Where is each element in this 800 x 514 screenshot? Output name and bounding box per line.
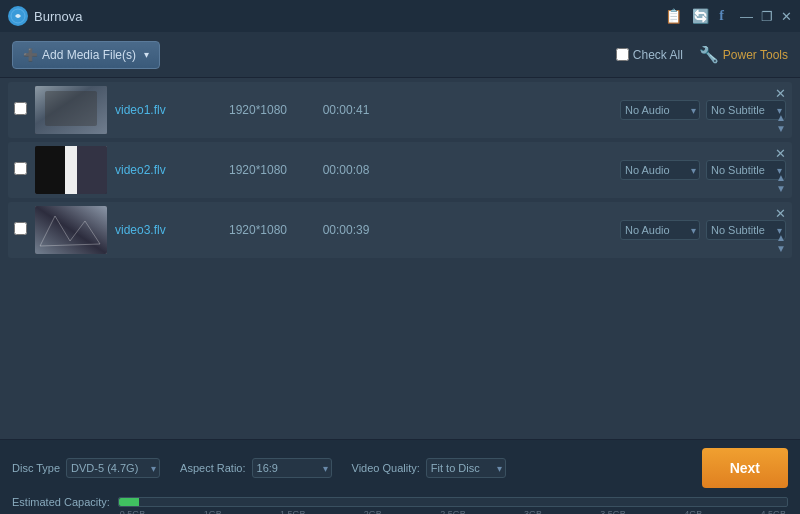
media-item: video1.flv 1920*1080 00:00:41 No Audio N…: [8, 82, 792, 138]
svg-rect-5: [35, 146, 65, 194]
audio-select-3[interactable]: No Audio: [620, 220, 700, 240]
check-all-label[interactable]: Check All: [616, 48, 683, 62]
minimize-button[interactable]: —: [740, 9, 753, 24]
item-close-1[interactable]: ✕: [775, 86, 786, 101]
thumb-inner-2: [35, 146, 107, 194]
item-checkbox-3[interactable]: [14, 222, 27, 238]
title-bar-controls: 📋 🔄 f — ❐ ✕: [665, 8, 792, 24]
disc-type-select-wrapper: DVD-5 (4.7G) DVD-9 (8.5G) Blu-ray 25G Bl…: [66, 458, 160, 478]
tick-7: 4GB: [684, 509, 702, 514]
capacity-bar-container: 0.5GB 1GB 1.5GB 2GB 2.5GB 3GB 3.5GB 4GB …: [118, 494, 788, 510]
footer-bottom: Estimated Capacity: 0.5GB 1GB 1.5GB 2GB …: [12, 494, 788, 510]
item-name-3: video3.flv: [115, 223, 205, 237]
checkbox-input-2[interactable]: [14, 162, 27, 175]
video-quality-select[interactable]: Fit to Disc High Medium Low: [426, 458, 506, 478]
video-quality-select-wrapper: Fit to Disc High Medium Low: [426, 458, 506, 478]
check-all-text: Check All: [633, 48, 683, 62]
file-icon[interactable]: 📋: [665, 8, 682, 24]
aspect-ratio-field: Aspect Ratio: 16:9 4:3: [180, 458, 331, 478]
subtitle-select-wrapper-1: No Subtitle: [706, 100, 786, 120]
restore-button[interactable]: ❐: [761, 9, 773, 24]
power-tools-button[interactable]: 🔧 Power Tools: [699, 45, 788, 64]
video-quality-field: Video Quality: Fit to Disc High Medium L…: [352, 458, 506, 478]
tick-3: 2GB: [364, 509, 382, 514]
disc-type-field: Disc Type DVD-5 (4.7G) DVD-9 (8.5G) Blu-…: [12, 458, 160, 478]
capacity-ticks: 0.5GB 1GB 1.5GB 2GB 2.5GB 3GB 3.5GB 4GB …: [118, 509, 788, 514]
aspect-ratio-label: Aspect Ratio:: [180, 462, 245, 474]
thumb-inner-3: [35, 206, 107, 254]
arrow-down-2[interactable]: ▼: [776, 183, 786, 194]
media-item-3: video3.flv 1920*1080 00:00:39 No Audio N…: [8, 202, 792, 258]
item-controls-2: No Audio No Subtitle: [620, 160, 786, 180]
video-quality-label: Video Quality:: [352, 462, 420, 474]
tick-0: 0.5GB: [120, 509, 146, 514]
refresh-icon[interactable]: 🔄: [692, 8, 709, 24]
media-item-2: video2.flv 1920*1080 00:00:08 No Audio N…: [8, 142, 792, 198]
item-controls-1: No Audio No Subtitle: [620, 100, 786, 120]
app-title: Burnova: [34, 9, 82, 24]
subtitle-select-wrapper-2: No Subtitle: [706, 160, 786, 180]
arrow-up-3[interactable]: ▲: [776, 232, 786, 243]
tick-4: 2.5GB: [440, 509, 466, 514]
arrow-down-3[interactable]: ▼: [776, 243, 786, 254]
capacity-bar-fill: [119, 498, 139, 506]
item-name-2: video2.flv: [115, 163, 205, 177]
thumb-inner-1: [35, 86, 107, 134]
item-controls-3: No Audio No Subtitle: [620, 220, 786, 240]
check-all-checkbox[interactable]: [616, 48, 629, 61]
audio-select-2[interactable]: No Audio: [620, 160, 700, 180]
arrow-up-2[interactable]: ▲: [776, 172, 786, 183]
item-thumbnail-1: [35, 86, 107, 134]
audio-select-wrapper-2: No Audio: [620, 160, 700, 180]
next-button[interactable]: Next: [702, 448, 788, 488]
disc-type-select[interactable]: DVD-5 (4.7G) DVD-9 (8.5G) Blu-ray 25G Bl…: [66, 458, 160, 478]
add-media-dropdown-arrow: ▾: [144, 49, 149, 60]
item-duration-1: 00:00:41: [311, 103, 381, 117]
power-tools-label: Power Tools: [723, 48, 788, 62]
toolbar-right: Check All 🔧 Power Tools: [616, 45, 788, 64]
footer: Disc Type DVD-5 (4.7G) DVD-9 (8.5G) Blu-…: [0, 439, 800, 514]
facebook-icon[interactable]: f: [719, 8, 724, 24]
item-duration-2: 00:00:08: [311, 163, 381, 177]
item-arrows-1: ▲ ▼: [776, 112, 786, 134]
svg-rect-6: [65, 146, 77, 194]
tick-2: 1.5GB: [280, 509, 306, 514]
estimated-capacity-label: Estimated Capacity:: [12, 496, 110, 508]
footer-fields-row: Disc Type DVD-5 (4.7G) DVD-9 (8.5G) Blu-…: [12, 458, 686, 478]
checkbox-input-3[interactable]: [14, 222, 27, 235]
svg-rect-7: [77, 146, 107, 194]
subtitle-select-2[interactable]: No Subtitle: [706, 160, 786, 180]
checkbox-input-1[interactable]: [14, 102, 27, 115]
arrow-down-1[interactable]: ▼: [776, 123, 786, 134]
app-icon: [8, 6, 28, 26]
subtitle-select-wrapper-3: No Subtitle: [706, 220, 786, 240]
svg-rect-9: [35, 206, 107, 254]
add-media-button[interactable]: ➕ Add Media File(s) ▾: [12, 41, 160, 69]
tick-5: 3GB: [524, 509, 542, 514]
item-arrows-2: ▲ ▼: [776, 172, 786, 194]
subtitle-select-1[interactable]: No Subtitle: [706, 100, 786, 120]
audio-select-1[interactable]: No Audio: [620, 100, 700, 120]
item-checkbox-2[interactable]: [14, 162, 27, 178]
disc-type-label: Disc Type: [12, 462, 60, 474]
item-close-3[interactable]: ✕: [775, 206, 786, 221]
aspect-ratio-select[interactable]: 16:9 4:3: [252, 458, 332, 478]
item-thumbnail-3: [35, 206, 107, 254]
item-resolution-3: 1920*1080: [213, 223, 303, 237]
subtitle-select-3[interactable]: No Subtitle: [706, 220, 786, 240]
power-tools-icon: 🔧: [699, 45, 719, 64]
svg-rect-3: [45, 91, 97, 126]
item-checkbox-1[interactable]: [14, 102, 27, 118]
item-close-2[interactable]: ✕: [775, 146, 786, 161]
add-media-icon: ➕: [23, 48, 38, 62]
footer-top: Disc Type DVD-5 (4.7G) DVD-9 (8.5G) Blu-…: [12, 448, 788, 488]
audio-select-wrapper-1: No Audio: [620, 100, 700, 120]
item-resolution-1: 1920*1080: [213, 103, 303, 117]
arrow-up-1[interactable]: ▲: [776, 112, 786, 123]
add-media-label: Add Media File(s): [42, 48, 136, 62]
capacity-bar-bg: [118, 497, 788, 507]
window-controls: — ❐ ✕: [740, 9, 792, 24]
title-bar: Burnova 📋 🔄 f — ❐ ✕: [0, 0, 800, 32]
close-button[interactable]: ✕: [781, 9, 792, 24]
item-arrows-3: ▲ ▼: [776, 232, 786, 254]
